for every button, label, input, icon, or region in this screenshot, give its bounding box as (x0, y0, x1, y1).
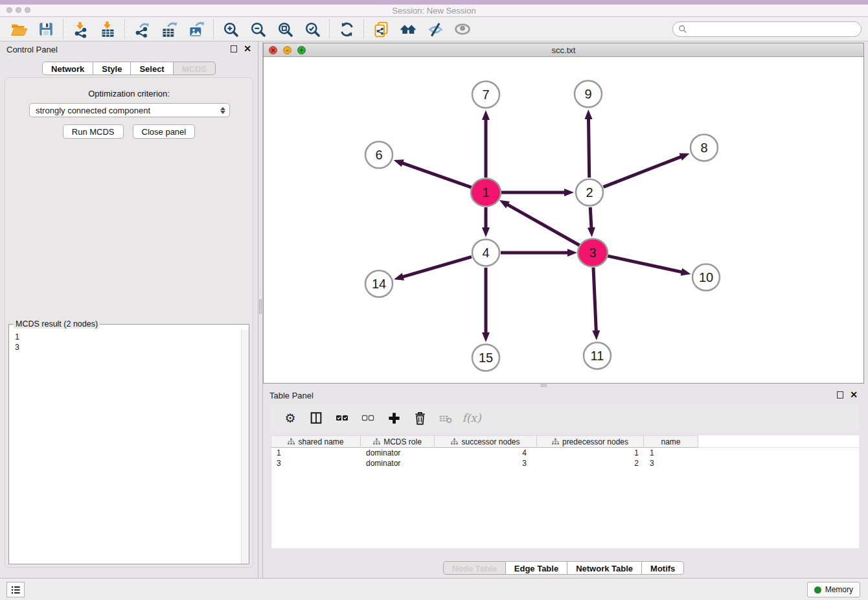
graph-edge-4-14[interactable] (402, 257, 472, 277)
table-row[interactable]: 1 dominator 4 1 1 (271, 448, 859, 458)
control-panel-float-icon[interactable] (231, 45, 237, 52)
deselect-all-columns-icon[interactable] (356, 408, 380, 428)
clone-network-icon[interactable] (367, 19, 394, 40)
delete-table-icon[interactable] (434, 408, 457, 428)
cell-successor-nodes[interactable]: 3 (435, 458, 537, 468)
graph-node-label-1: 1 (482, 185, 489, 200)
show-column-icon[interactable] (304, 408, 328, 428)
toolbar-separator (124, 19, 125, 39)
table-settings-gear-icon[interactable]: ⚙ (279, 408, 302, 428)
memory-label: Memory (825, 585, 853, 594)
titlebar-accent (0, 0, 868, 5)
graph-edge-3-1[interactable] (506, 204, 580, 246)
network-minimize-button[interactable]: − (283, 46, 291, 54)
graph-edge-2-8[interactable] (603, 156, 682, 187)
mcds-result-scrollbar[interactable] (241, 330, 249, 564)
task-history-button[interactable] (6, 582, 25, 597)
tab-mcds[interactable]: MCDS (174, 62, 216, 75)
graph-node-label-4: 4 (482, 246, 489, 260)
graph-node-label-3: 3 (589, 246, 596, 260)
cell-name[interactable]: 1 (644, 448, 698, 458)
graph-edge-2-9[interactable] (588, 117, 589, 178)
graph-edge-arrowhead (564, 189, 574, 196)
column-header-predecessor-nodes[interactable]: predecessor nodes (537, 435, 644, 448)
zoom-in-icon[interactable] (217, 19, 244, 40)
first-neighbors-home-icon[interactable] (394, 19, 422, 40)
import-table-icon[interactable] (94, 19, 121, 40)
column-header-shared-name[interactable]: shared name (271, 435, 361, 448)
show-all-eye-icon[interactable] (449, 19, 476, 40)
tab-motifs[interactable]: Motifs (642, 561, 684, 575)
add-column-icon[interactable] (382, 408, 405, 428)
network-canvas[interactable]: 7968124314101511 (264, 57, 863, 383)
network-graph: 7968124314101511 (264, 57, 863, 383)
open-file-icon[interactable] (5, 19, 32, 40)
search-field[interactable] (672, 21, 862, 37)
delete-column-trash-icon[interactable] (408, 408, 431, 428)
tab-network[interactable]: Network (42, 62, 93, 75)
tab-network-table[interactable]: Network Table (567, 561, 642, 575)
cell-predecessor-nodes[interactable]: 2 (537, 458, 644, 468)
zoom-selected-icon[interactable] (299, 19, 326, 40)
search-input[interactable] (691, 25, 856, 34)
graph-edge-arrowhead (588, 227, 595, 237)
export-network-icon[interactable] (128, 19, 155, 40)
tab-select[interactable]: Select (131, 62, 173, 75)
network-maximize-button[interactable]: + (297, 46, 306, 54)
network-close-button[interactable]: ✕ (269, 46, 277, 54)
select-all-columns-icon[interactable] (330, 408, 354, 428)
column-header-name[interactable]: name (644, 435, 698, 448)
mcds-result-content[interactable]: 1 3 (9, 330, 241, 564)
splitter-grip[interactable] (259, 299, 262, 314)
tab-node-table[interactable]: Node Table (443, 561, 506, 575)
graph-edge-3-10[interactable] (607, 256, 683, 272)
refresh-view-icon[interactable] (333, 19, 360, 40)
graph-edge-3-11[interactable] (593, 268, 596, 332)
network-window-title: scc.txt (264, 43, 863, 57)
column-header-mcds-role[interactable]: MCDS role (361, 435, 435, 448)
graph-edge-1-6[interactable] (401, 163, 472, 187)
zoom-fit-icon[interactable] (271, 19, 299, 40)
save-icon[interactable] (32, 19, 60, 40)
import-network-icon[interactable] (67, 19, 94, 40)
cell-mcds-role[interactable]: dominator (361, 448, 435, 458)
graph-edge-arrowhead (482, 332, 490, 342)
hide-selected-eye-icon[interactable] (422, 19, 449, 40)
zoom-out-icon[interactable] (244, 19, 271, 40)
function-builder-icon[interactable]: f(x) (460, 408, 483, 428)
table-panel-float-icon[interactable] (837, 391, 843, 398)
cell-predecessor-nodes[interactable]: 1 (537, 448, 644, 458)
criterion-dropdown[interactable]: strongly connected component (29, 103, 230, 117)
cell-mcds-role[interactable]: dominator (361, 458, 435, 468)
export-image-icon[interactable] (183, 19, 210, 40)
close-panel-button[interactable]: Close panel (133, 124, 196, 139)
graph-node-label-15: 15 (479, 351, 493, 365)
control-panel-tabs: Network Style Select MCDS (0, 62, 258, 75)
memory-button[interactable]: Memory (807, 582, 860, 597)
graph-edge-arrowhead (592, 330, 600, 340)
tab-style[interactable]: Style (93, 62, 131, 75)
cell-name[interactable]: 3 (644, 458, 698, 468)
column-header-successor-nodes[interactable]: successor nodes (435, 435, 537, 448)
graph-node-label-8: 8 (700, 141, 707, 155)
cell-successor-nodes[interactable]: 4 (435, 448, 537, 458)
graph-node-label-10: 10 (699, 270, 713, 284)
export-table-icon[interactable] (155, 19, 183, 40)
mcds-panel-body: Optimization criterion: strongly connect… (5, 77, 253, 568)
run-mcds-button[interactable]: Run MCDS (63, 124, 124, 139)
mcds-result-line: 1 (15, 332, 241, 342)
vertical-splitter[interactable] (258, 41, 263, 578)
table-row[interactable]: 3 dominator 3 2 3 (271, 458, 859, 468)
app-title: Session: New Session (0, 5, 868, 17)
tab-edge-table[interactable]: Edge Table (506, 561, 567, 575)
control-panel-close-icon[interactable]: ✕ (244, 45, 251, 52)
splitter-grip[interactable] (541, 384, 547, 387)
network-window-titlebar[interactable]: ✕ − + scc.txt (264, 43, 863, 57)
table-header-row: shared name MCDS role successor nodes pr… (271, 435, 859, 448)
toolbar-separator (63, 19, 63, 39)
table-panel-close-icon[interactable]: ✕ (850, 391, 858, 398)
graph-edge-2-3[interactable] (590, 207, 591, 229)
cell-shared-name[interactable]: 3 (271, 458, 361, 468)
table-panel-title: Table Panel (269, 391, 314, 400)
cell-shared-name[interactable]: 1 (271, 448, 361, 458)
